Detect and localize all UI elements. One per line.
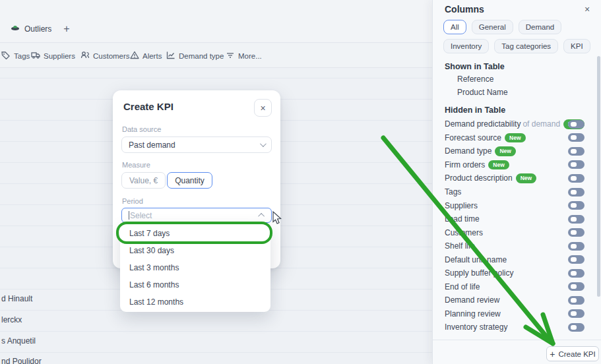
column-label-suffix: of demand xyxy=(522,119,560,129)
column-row-demand-type: Demand typeNew xyxy=(445,144,590,158)
column-label: Demand predictability xyxy=(445,119,521,129)
toggle-switch[interactable] xyxy=(568,174,585,183)
column-label: Supply buffer policy xyxy=(445,268,514,278)
column-label: Demand type xyxy=(445,146,491,156)
toggle-switch[interactable] xyxy=(568,323,585,332)
modal-title: Create KPI xyxy=(123,101,174,112)
toggle-switch[interactable] xyxy=(568,147,585,156)
column-label: Suppliers xyxy=(445,201,478,210)
toggle-switch[interactable] xyxy=(568,242,585,251)
dropdown-option-last-7-days[interactable]: Last 7 days xyxy=(120,225,270,242)
measure-label: Measure xyxy=(122,161,150,169)
panel-title: Columns xyxy=(445,4,484,15)
add-tab-button[interactable]: + xyxy=(63,24,69,34)
text-caret xyxy=(129,211,129,220)
filter-chip-demand[interactable]: Demand xyxy=(519,20,561,34)
filter-chip-inventory[interactable]: Inventory xyxy=(443,39,489,53)
column-row-demand-review: Demand review xyxy=(445,293,590,307)
shown-column-reference[interactable]: Reference xyxy=(457,75,493,84)
toggle-switch[interactable] xyxy=(568,269,585,278)
data-source-select[interactable]: Past demand xyxy=(121,136,272,153)
hidden-in-table-header: Hidden in Table xyxy=(445,106,505,115)
toggle-knob xyxy=(571,135,577,140)
column-label: Firm orders xyxy=(445,160,485,169)
measure-option-value[interactable]: Value, € xyxy=(121,172,166,189)
toggle-knob xyxy=(571,162,577,167)
column-row-tags: Tags xyxy=(445,185,590,199)
filter-toolbar: TagsSuppliersCustomersAlertsDemand typeM… xyxy=(0,44,432,68)
dropdown-option-last-6-months[interactable]: Last 6 months xyxy=(120,276,270,293)
toggle-switch[interactable] xyxy=(568,282,585,291)
column-row-shelf-life: Shelf life xyxy=(445,239,590,253)
toggle-switch[interactable] xyxy=(568,120,585,129)
toolbar-item-more[interactable]: More... xyxy=(226,44,262,68)
create-kpi-button[interactable]: + Create KPI xyxy=(546,346,599,361)
period-label: Period xyxy=(122,197,143,205)
truck-icon xyxy=(31,51,40,61)
toolbar-item-tags[interactable]: Tags xyxy=(1,44,30,68)
toggle-switch[interactable] xyxy=(568,296,585,305)
dropdown-option-last-3-months[interactable]: Last 3 months xyxy=(120,259,270,276)
toggle-switch[interactable] xyxy=(568,133,585,142)
panel-scrollbar[interactable] xyxy=(597,56,600,297)
category-filter-chips: AllGeneralDemandInventoryTag categoriesK… xyxy=(443,20,594,53)
table-row[interactable]: lerckx xyxy=(1,315,22,324)
column-row-planning-review: Planning review xyxy=(445,307,590,321)
toggle-knob xyxy=(571,217,577,222)
panel-footer: + Create KPI xyxy=(433,340,601,364)
toolbar-item-demand-type[interactable]: Demand type xyxy=(166,44,224,68)
column-row-forecast-source: Forecast sourceNew xyxy=(445,131,590,145)
toggle-switch[interactable] xyxy=(568,188,585,197)
measure-toggle-group: Value, € Quantity xyxy=(121,172,212,189)
period-dropdown-list: Last 7 daysLast 30 daysLast 3 monthsLast… xyxy=(120,223,270,312)
toggle-switch[interactable] xyxy=(568,255,585,264)
column-row-lead-time: Lead time xyxy=(445,212,590,226)
toolbar-item-alerts[interactable]: Alerts xyxy=(130,44,162,68)
filter-chip-kpi[interactable]: KPI xyxy=(563,39,590,53)
table-row[interactable]: nd Poulidor xyxy=(1,357,42,364)
table-row[interactable]: d Hinault xyxy=(1,294,32,303)
data-source-label: Data source xyxy=(122,125,161,133)
toolbar-item-label: More... xyxy=(238,52,262,60)
close-icon[interactable]: × xyxy=(581,3,593,15)
columns-panel: Columns × AllGeneralDemandInventoryTag c… xyxy=(432,0,601,364)
column-row-default-unit-name: Default unit name xyxy=(445,253,590,266)
column-label: Shelf life xyxy=(445,241,475,251)
column-row-inventory-strategy: Inventory strategy xyxy=(445,320,590,334)
ufo-icon xyxy=(11,24,20,34)
filter-chip-tag-categories[interactable]: Tag categories xyxy=(494,39,558,53)
column-row-demand-predictability: Demand predictabilityof demandNew xyxy=(445,117,590,131)
period-placeholder: Select xyxy=(130,211,152,220)
toggle-knob xyxy=(571,203,577,208)
period-select[interactable]: Select xyxy=(121,208,272,223)
toolbar-item-label: Tags xyxy=(14,52,30,60)
toggle-switch[interactable] xyxy=(568,201,585,210)
tab-outliers[interactable]: Outliers xyxy=(11,24,51,34)
toggle-switch[interactable] xyxy=(568,228,585,237)
dropdown-option-last-30-days[interactable]: Last 30 days xyxy=(120,242,270,259)
filter-chip-general[interactable]: General xyxy=(472,20,513,34)
measure-option-quantity[interactable]: Quantity xyxy=(167,172,212,189)
toolbar-item-suppliers[interactable]: Suppliers xyxy=(31,44,75,68)
toggle-switch[interactable] xyxy=(568,160,585,169)
filter-chip-all[interactable]: All xyxy=(443,20,466,34)
shown-column-product-name[interactable]: Product Name xyxy=(457,88,508,97)
dropdown-option-last-12-months[interactable]: Last 12 months xyxy=(120,293,270,311)
column-row-product-description: Product descriptionNew xyxy=(445,171,590,185)
toolbar-item-customers[interactable]: Customers xyxy=(80,44,130,68)
column-label: Planning review xyxy=(445,309,501,318)
chevron-up-icon xyxy=(258,213,265,220)
toolbar-item-label: Alerts xyxy=(142,52,162,60)
toggle-knob xyxy=(571,325,577,330)
toggle-knob xyxy=(571,176,577,181)
column-label: End of life xyxy=(445,282,480,291)
close-icon[interactable]: × xyxy=(254,99,272,117)
filter-icon xyxy=(226,51,235,61)
data-source-value: Past demand xyxy=(129,140,175,150)
column-row-supply-buffer-policy: Supply buffer policy xyxy=(445,266,590,280)
plus-icon: + xyxy=(550,351,555,357)
column-label: Product description xyxy=(445,173,513,183)
toggle-switch[interactable] xyxy=(568,309,585,318)
table-row[interactable]: s Anquetil xyxy=(1,336,36,346)
toggle-switch[interactable] xyxy=(568,215,585,224)
